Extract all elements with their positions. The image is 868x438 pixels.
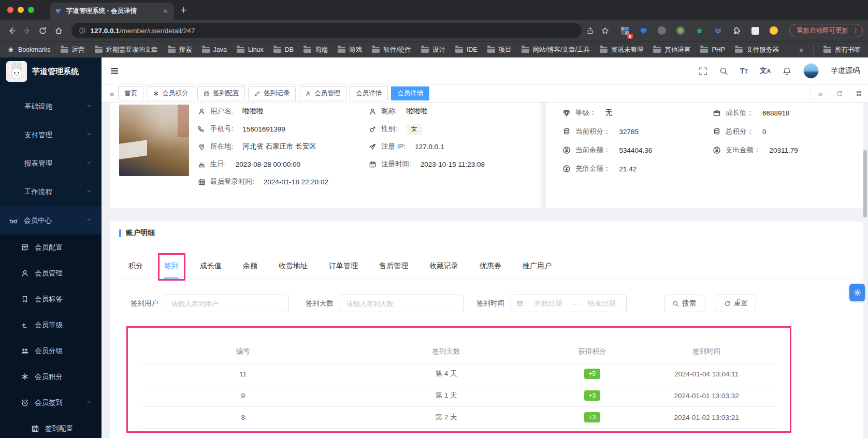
site-info-icon[interactable] <box>79 27 86 34</box>
user-avatar[interactable] <box>803 63 819 79</box>
tab-referrals[interactable]: 推广用户 <box>523 260 552 278</box>
sidebar-item-member-center[interactable]: 会员中心 <box>0 206 102 235</box>
tab-aftersale[interactable]: 售后管理 <box>379 260 408 278</box>
sidebar-item-member-config[interactable]: 会员配置 <box>0 235 102 260</box>
table-row[interactable]: 8 第 2 天 +3 2024-01-02 13:03:21 <box>141 406 776 428</box>
bookmark-folder[interactable]: IDE <box>455 46 478 53</box>
back-button[interactable] <box>5 23 18 38</box>
sidebar-item-workflow[interactable]: 工作流程 <box>0 178 102 206</box>
sidebar-item-payment[interactable]: 支付管理 <box>0 121 102 149</box>
fullscreen-window-button[interactable] <box>28 7 34 13</box>
reset-button[interactable]: 重置 <box>716 295 756 312</box>
bookmark-folder[interactable]: 近期需要读的文章 <box>95 46 158 54</box>
tab-growth[interactable]: 成长值 <box>200 260 222 278</box>
profile-avatar-emoji[interactable] <box>766 23 781 38</box>
bookmark-folder[interactable]: 网站/博客/文章/工具 <box>522 46 590 54</box>
table-row[interactable]: 11 第 4 天 +5 2024-01-04 13:04:11 <box>141 363 776 385</box>
user-name[interactable]: 芋道源码 <box>831 66 860 76</box>
font-size-icon[interactable]: TT <box>740 67 748 75</box>
nav-tag-member-detail[interactable]: 会员详情 <box>350 86 388 100</box>
bookmark-folder[interactable]: 资讯未整理 <box>600 46 644 54</box>
refresh-page-icon[interactable] <box>830 85 849 102</box>
table-row[interactable]: 9 第 1 天 +3 2024-01-01 13:03:32 <box>141 385 776 406</box>
bookmark-star-icon[interactable] <box>599 23 611 38</box>
sidebar-item-infrastructure[interactable]: 基础设施 <box>0 92 102 121</box>
home-button[interactable] <box>52 23 65 38</box>
nav-tag-signin-config[interactable]: 签到配置 <box>197 86 245 100</box>
signin-days-input[interactable] <box>340 295 464 312</box>
tab-close-icon[interactable] <box>162 8 169 14</box>
forward-button[interactable] <box>21 23 33 38</box>
theme-settings-gear-button[interactable] <box>849 284 865 301</box>
sidebar-item-signin-config[interactable]: 签到配置 <box>0 416 102 438</box>
share-icon[interactable] <box>585 23 597 38</box>
kebab-menu-icon[interactable] <box>852 27 859 34</box>
scroll-tags-left-icon[interactable]: « <box>106 89 118 98</box>
tab-orders[interactable]: 订单管理 <box>329 260 358 278</box>
tab-points[interactable]: 积分 <box>128 260 143 278</box>
address-bar[interactable]: 127.0.0.1/member/user/detail/247 <box>71 23 582 38</box>
extension-icon-gem[interactable] <box>636 23 650 38</box>
extension-icon-gray-green[interactable] <box>673 23 688 38</box>
bookmark-folder[interactable]: 文件服务器 <box>735 46 779 54</box>
bookmarks-root-folder[interactable]: Bookmarks <box>7 46 51 53</box>
tab-address[interactable]: 收货地址 <box>279 260 308 278</box>
tab-signin-active[interactable]: 签到 <box>164 260 179 278</box>
scroll-tags-right-icon[interactable]: » <box>811 85 830 102</box>
bookmark-folder[interactable]: 搜索 <box>168 46 192 54</box>
bookmark-folder[interactable]: Linux <box>237 46 264 53</box>
bookmark-folder[interactable]: 项目 <box>487 46 512 54</box>
collapse-sidebar-button[interactable] <box>110 66 119 76</box>
nav-tag-member-detail-active[interactable]: 会员详情 <box>391 86 429 100</box>
extension-icon-tabs[interactable]: 6 <box>617 23 632 38</box>
bookmark-folder[interactable]: Java <box>202 46 227 53</box>
user-icon <box>198 108 206 115</box>
sidebar-item-member-signin[interactable]: 会员签到 <box>0 390 102 416</box>
bookmark-folder[interactable]: 运营 <box>61 46 85 54</box>
nav-tag-signin-record[interactable]: 签到记录 <box>248 86 296 100</box>
sidebar-item-member-points[interactable]: 会员积分 <box>0 364 102 390</box>
nav-tag-home[interactable]: 首页 <box>118 86 143 100</box>
bookmark-folder[interactable]: 软件/硬件 <box>372 46 411 54</box>
nav-tag-member-points[interactable]: 会员积分 <box>147 86 194 100</box>
tab-favorites[interactable]: 收藏记录 <box>429 260 458 278</box>
nav-tag-member-manage[interactable]: 会员管理 <box>299 86 346 100</box>
app-logo-row[interactable]: 芋道管理系统 <box>0 57 102 85</box>
field-username: 用户名: 啦啦啦 <box>198 103 369 120</box>
close-window-button[interactable] <box>7 7 13 13</box>
bookmarks-overflow-button[interactable]: » <box>799 46 803 54</box>
translate-icon[interactable]: 文A <box>760 66 771 76</box>
bookmark-folder[interactable]: PHP <box>700 46 725 53</box>
search-button[interactable]: 搜索 <box>664 295 704 312</box>
tab-coupons[interactable]: 优惠券 <box>480 260 501 278</box>
sidebar-item-member-manage[interactable]: 会员管理 <box>0 260 102 286</box>
minimize-window-button[interactable] <box>18 7 24 13</box>
all-bookmarks-button[interactable]: 所有书签 <box>823 46 861 54</box>
extensions-puzzle-icon[interactable] <box>729 23 744 38</box>
search-icon[interactable] <box>719 67 728 76</box>
tags-menu-grid-icon[interactable] <box>849 85 868 102</box>
signin-user-input[interactable] <box>165 295 289 312</box>
reload-button[interactable] <box>37 23 49 38</box>
bookmark-folder[interactable]: 设计 <box>421 46 445 54</box>
browser-update-button[interactable]: 重新启动即可更新 <box>789 24 863 37</box>
new-tab-button[interactable] <box>174 0 193 20</box>
bookmark-folder[interactable]: 前端 <box>303 46 328 54</box>
sidebar-item-member-level[interactable]: 会员等级 <box>0 312 102 338</box>
bookmark-folder[interactable]: 其他语言 <box>653 46 690 54</box>
tab-balance[interactable]: 余额 <box>243 260 257 278</box>
extension-icon-gray[interactable] <box>655 23 669 38</box>
sidebar-item-member-tag[interactable]: 会员标签 <box>0 286 102 312</box>
extension-icon-double-chevron[interactable] <box>711 23 725 38</box>
browser-tab[interactable]: 芋道管理系统 - 会员详情 <box>50 3 174 20</box>
sidebar-item-member-group[interactable]: 会员分组 <box>0 338 102 364</box>
notifications-bell-icon[interactable] <box>783 67 791 76</box>
bookmark-folder[interactable]: DB <box>273 46 294 53</box>
fullscreen-icon[interactable] <box>699 67 707 76</box>
page-scrollbar[interactable] <box>863 150 867 217</box>
sidebar-item-reports[interactable]: 报表管理 <box>0 149 102 178</box>
extension-icon-white-square[interactable] <box>748 23 762 38</box>
extension-icon-green-star[interactable] <box>692 23 706 38</box>
bookmark-folder[interactable]: 游戏 <box>338 46 362 54</box>
signin-date-range-picker[interactable]: 开始日期 – 结束日期 <box>511 295 627 312</box>
